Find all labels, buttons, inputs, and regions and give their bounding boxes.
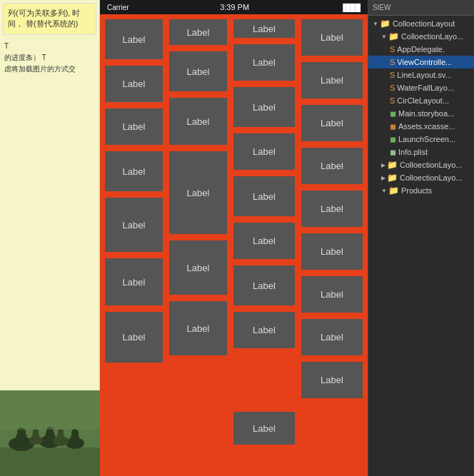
- code-line-1: T: [4, 41, 95, 52]
- collection-cell-19: Label: [300, 189, 364, 228]
- collection-cell-28: Label: [104, 310, 164, 364]
- tree-item-label: Info.plist: [398, 148, 428, 156]
- collection-cell-18: Label: [232, 175, 296, 218]
- swift-icon: S: [390, 83, 395, 92]
- tree-item-viewcontroller[interactable]: SViewControlle...: [368, 56, 474, 69]
- swift-icon: S: [390, 45, 395, 54]
- collection-area: LabelLabelLabelLabelLabelLabelLabelLabel…: [100, 14, 368, 476]
- swift-icon: S: [390, 58, 395, 66]
- collection-cell-21: Label: [300, 232, 364, 271]
- folder-icon: 📁: [380, 19, 390, 29]
- xcode-header: SIEW: [368, 0, 474, 16]
- collection-cell-9: Label: [104, 107, 164, 146]
- svg-point-13: [33, 429, 39, 435]
- collection-cell-26: Label: [232, 310, 296, 350]
- collection-cell-27: Label: [300, 318, 364, 357]
- collection-cell-25: Label: [300, 275, 364, 314]
- tree-item-label: LineLayout.sv...: [397, 71, 451, 79]
- tree-item-colloect3[interactable]: ▶📁ColloectionLayo...: [368, 171, 474, 184]
- folder-expand-icon: ▼: [381, 34, 387, 40]
- code-area: T 的进度条） T 虑将加载图片的方式交: [0, 38, 99, 78]
- collection-cell-5: Label: [168, 50, 228, 93]
- collection-cell-20: Label: [232, 221, 296, 260]
- xcode-header-label: SIEW: [373, 4, 391, 11]
- collection-cell-11: Label: [232, 86, 296, 128]
- tree-item-label: Products: [401, 186, 432, 195]
- xcassets-icon: ◼: [390, 122, 396, 131]
- status-bar: Carrier 3:39 PM ▐███: [100, 0, 368, 14]
- carrier-label: Carrier: [107, 4, 129, 11]
- tree-item-label: Assets.xcasse...: [398, 122, 455, 131]
- tree-item-colloect-folder[interactable]: ▼📁ColloectionLayo...: [368, 30, 474, 43]
- tree-item-label: ColloectionLayo...: [400, 173, 462, 182]
- tree-item-label: ViewControlle...: [397, 58, 452, 66]
- tree-item-waterfall[interactable]: SWaterFallLayo...: [368, 81, 474, 94]
- time-label: 3:39 PM: [220, 3, 249, 11]
- svg-rect-1: [0, 447, 100, 476]
- file-tree: ▼📁ColloectionLayout▼📁ColloectionLayo...S…: [368, 16, 474, 198]
- tree-item-label: AppDelegate.: [397, 45, 445, 54]
- folder-expand-icon: ▶: [381, 162, 385, 168]
- code-line-2: 的进度条） T: [4, 52, 95, 64]
- collection-cell-15: Label: [300, 146, 364, 186]
- tree-item-main[interactable]: ◼Main.storyboa...: [368, 107, 474, 120]
- collection-cell-1: Label: [104, 18, 164, 61]
- svg-point-16: [58, 429, 64, 435]
- collection-cell-29: Label: [168, 300, 228, 357]
- collection-cell-6: Label: [232, 43, 296, 82]
- collection-cell-23: Label: [168, 239, 228, 296]
- tree-item-info[interactable]: ◼Info.plist: [368, 146, 474, 158]
- note-text: 列(可为关联多列), 时间， 替(替代系统的): [8, 9, 80, 28]
- collection-cell-8: Label: [300, 61, 364, 100]
- right-panel: SIEW ▼📁ColloectionLayout▼📁ColloectionLay…: [368, 0, 474, 476]
- collection-cell-13: Label: [104, 150, 164, 193]
- swift-icon: S: [390, 71, 395, 79]
- collection-cell-30: Label: [300, 360, 364, 400]
- collection-cell-12: Label: [300, 103, 364, 143]
- storyboard-icon: ◼: [390, 109, 396, 118]
- svg-rect-17: [0, 390, 100, 430]
- left-panel: 列(可为关联多列), 时间， 替(替代系统的) T 的进度条） T 虑将加载图片…: [0, 0, 100, 476]
- collection-cell-10: Label: [168, 96, 228, 146]
- swift-icon: S: [390, 96, 395, 105]
- tree-item-linelayout[interactable]: SLineLayout.sv...: [368, 69, 474, 81]
- collection-cell-4: Label: [104, 64, 164, 103]
- collection-cell-24: Label: [232, 264, 296, 307]
- storyboard-icon: ◼: [390, 135, 396, 144]
- collection-cell-2: Label: [168, 18, 228, 46]
- folder-icon: 📁: [387, 160, 398, 170]
- svg-point-10: [71, 429, 79, 436]
- collection-cell-7: Label: [300, 18, 364, 57]
- folder-expand-icon: ▼: [373, 21, 378, 27]
- waterfall-container: LabelLabelLabelLabelLabelLabelLabelLabel…: [100, 14, 368, 476]
- tree-item-launchscreen[interactable]: ◼LaunchScreen...: [368, 133, 474, 146]
- simulator: Carrier 3:39 PM ▐███ LabelLabelLabelLabe…: [100, 0, 368, 476]
- tree-item-label: ColloectionLayo...: [401, 32, 463, 41]
- tree-item-colloect2[interactable]: ▶📁ColloectionLayo...: [368, 158, 474, 171]
- collection-cell-17: Label: [168, 150, 228, 236]
- folder-expand-icon: ▼: [381, 188, 387, 194]
- bird-image: [0, 390, 100, 476]
- collection-cell-31: Label: [232, 410, 296, 446]
- tree-item-label: ColloectionLayout: [393, 19, 455, 28]
- tree-item-assets[interactable]: ◼Assets.xcasse...: [368, 120, 474, 133]
- collection-cell-16: Label: [104, 196, 164, 253]
- tree-item-root[interactable]: ▼📁ColloectionLayout: [368, 17, 474, 30]
- tree-item-label: ColloectionLayo...: [400, 161, 462, 169]
- note-box: 列(可为关联多列), 时间， 替(替代系统的): [3, 3, 96, 35]
- tree-item-products[interactable]: ▼📁Products: [368, 184, 474, 197]
- tree-item-circle[interactable]: SCirCleLayout...: [368, 94, 474, 107]
- folder-icon: 📁: [388, 31, 399, 41]
- tree-item-label: Main.storyboa...: [398, 109, 454, 118]
- tree-item-label: LaunchScreen...: [398, 135, 455, 143]
- folder-expand-icon: ▶: [381, 175, 385, 181]
- tree-item-appdelegate[interactable]: SAppDelegate.: [368, 43, 474, 56]
- code-line-3: 虑将加载图片的方式交: [4, 64, 95, 75]
- collection-cell-14: Label: [232, 132, 296, 171]
- battery-indicator: ▐███: [341, 4, 360, 11]
- plist-icon: ◼: [390, 148, 396, 157]
- collection-cell-3: Label: [232, 18, 296, 39]
- collection-cell-22: Label: [104, 257, 164, 307]
- folder-icon: 📁: [387, 173, 398, 183]
- tree-item-label: CirCleLayout...: [397, 96, 449, 105]
